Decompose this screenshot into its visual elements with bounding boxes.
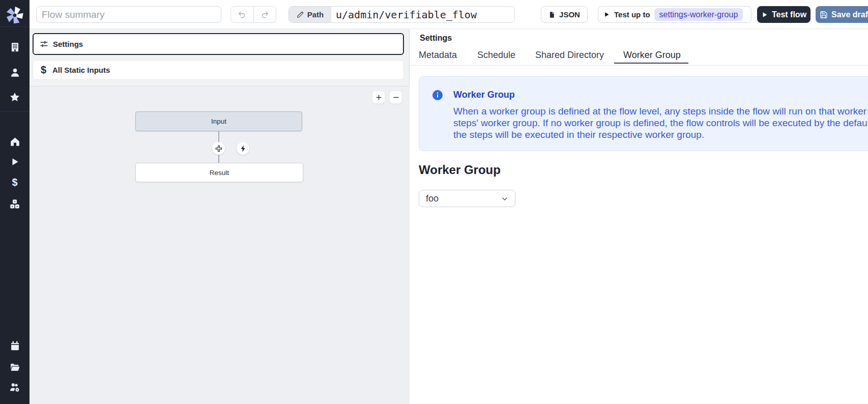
active-tab-underline: [614, 63, 688, 64]
path-group: Path: [288, 6, 515, 23]
add-step-button[interactable]: [212, 142, 225, 155]
chevron-down-icon: [501, 195, 509, 203]
sidebar-divider: [0, 26, 30, 27]
zoom-in-button[interactable]: [372, 91, 385, 104]
path-edit-button[interactable]: Path: [289, 7, 331, 22]
tab-metadata[interactable]: Metadata: [419, 50, 457, 61]
redo-button[interactable]: [254, 7, 276, 22]
save-icon: [820, 11, 828, 19]
boxes-icon[interactable]: [9, 198, 20, 210]
info-box-body: When a worker group is defined at the fl…: [453, 105, 868, 140]
flow-node-input[interactable]: Input: [135, 111, 302, 131]
file-icon: [548, 11, 556, 18]
all-static-inputs-button[interactable]: $ All Static Inputs: [33, 60, 404, 80]
user-group-settings-icon[interactable]: [9, 382, 20, 393]
flow-summary-input[interactable]: [36, 6, 221, 23]
tab-shared-directory[interactable]: Shared Directory: [535, 50, 604, 61]
user-icon[interactable]: [9, 67, 20, 78]
calendar-icon[interactable]: [9, 340, 20, 351]
dollar-icon: $: [39, 64, 48, 76]
zoom-out-button[interactable]: [389, 91, 402, 104]
bolt-icon: [239, 145, 247, 153]
trigger-button[interactable]: [237, 142, 249, 155]
sliders-icon: [40, 40, 48, 48]
test-flow-button[interactable]: Test flow: [757, 6, 811, 23]
worker-group-select[interactable]: foo: [419, 190, 515, 207]
test-up-to-target-badge: settings-worker-group: [654, 8, 743, 21]
json-button[interactable]: JSON: [541, 6, 588, 23]
tabs-bottom-border: [410, 65, 868, 66]
redo-icon: [261, 10, 269, 19]
dollar-icon[interactable]: $: [9, 177, 20, 188]
sidebar-divider: [0, 111, 30, 111]
building-icon[interactable]: [9, 41, 20, 52]
settings-panel-title: Settings: [420, 34, 452, 43]
tab-worker-group[interactable]: Worker Group: [623, 50, 681, 61]
flow-settings-button[interactable]: Settings: [33, 33, 404, 55]
plus-icon: [375, 94, 383, 101]
undo-icon: [238, 10, 246, 19]
star-icon[interactable]: [9, 92, 20, 103]
play-icon: [761, 11, 768, 18]
plus-outline-icon: [215, 145, 223, 153]
panel-divider: [30, 86, 410, 86]
home-icon[interactable]: [9, 136, 20, 147]
flow-graph-canvas[interactable]: [30, 86, 410, 404]
save-draft-button[interactable]: Save draft: [816, 6, 868, 23]
undo-redo-group: [230, 6, 276, 23]
info-icon: [432, 90, 443, 100]
undo-button[interactable]: [231, 7, 254, 22]
info-box-title: Worker Group: [453, 90, 515, 100]
pencil-icon: [297, 11, 304, 18]
folder-open-icon[interactable]: [9, 361, 20, 372]
play-icon: [603, 11, 610, 18]
minus-icon: [392, 94, 400, 101]
tab-schedule[interactable]: Schedule: [477, 50, 515, 61]
flow-node-result[interactable]: Result: [135, 163, 303, 182]
path-input[interactable]: [331, 7, 514, 22]
worker-group-section-title: Worker Group: [419, 163, 501, 177]
windmill-logo-icon[interactable]: [9, 9, 20, 20]
play-icon[interactable]: [9, 156, 20, 167]
test-up-to-button[interactable]: Test up to settings-worker-group: [598, 6, 751, 23]
